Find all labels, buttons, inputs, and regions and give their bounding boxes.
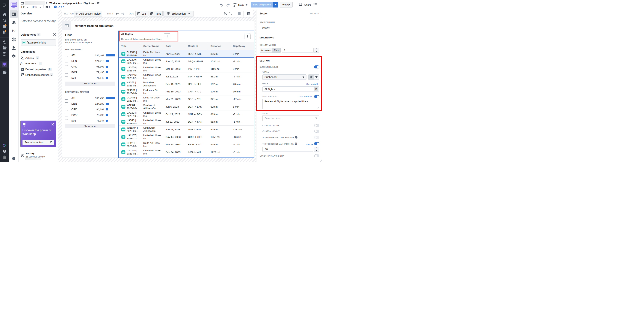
svg-text:?: ? <box>4 150 5 152</box>
svg-text:?: ? <box>296 136 297 138</box>
svg-text:?: ? <box>13 157 14 160</box>
svg-text:?: ? <box>296 143 296 145</box>
